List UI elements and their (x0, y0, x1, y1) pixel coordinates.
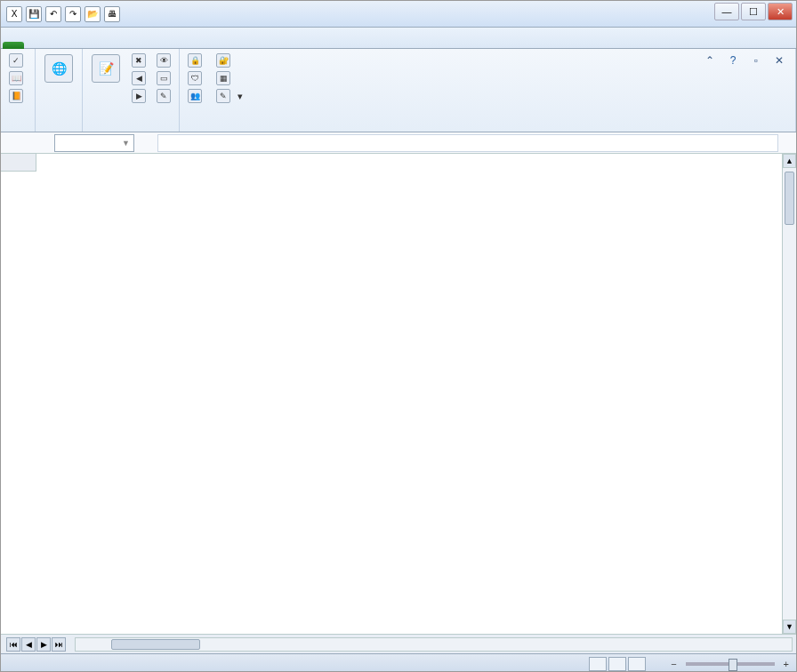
select-all-corner[interactable] (1, 154, 36, 172)
new-comment-button[interactable]: 📝 (88, 52, 124, 86)
worksheet[interactable]: ▲ ▼ (1, 154, 796, 634)
zoom-slider[interactable] (686, 662, 775, 666)
normal-view-button[interactable] (589, 657, 607, 671)
qat-print-icon[interactable]: 🖶 (104, 6, 120, 22)
show-comment-button[interactable]: 👁 (154, 52, 173, 68)
allow-ranges-button[interactable]: ▦ (213, 70, 246, 86)
page-layout-view-button[interactable] (608, 657, 626, 671)
ribbon-group-proofing: ✓ 📖 📙 (1, 49, 36, 132)
next-comment-button[interactable]: ▶ (129, 88, 149, 104)
minimize-ribbon-icon[interactable]: ⌃ (702, 54, 718, 67)
thesaurus-button[interactable]: 📙 (6, 88, 29, 104)
showall-icon: ▭ (157, 71, 171, 85)
minimize-button[interactable]: — (714, 3, 739, 20)
book-icon: 📖 (9, 71, 23, 85)
scroll-thumb[interactable] (785, 172, 794, 225)
ribbon-help: ⌃ ? ▫ ✕ (702, 54, 787, 67)
tab-nav: ⏮ ◀ ▶ ⏭ (6, 637, 66, 652)
share-workbook-button[interactable]: 👥 (185, 88, 208, 104)
ink-icon: ✎ (157, 89, 171, 103)
close-workbook-icon[interactable]: ✕ (771, 54, 787, 67)
zoom-out-button[interactable]: − (671, 659, 676, 669)
page-break-view-button[interactable] (628, 657, 646, 671)
translate-icon: 🌐 (44, 54, 73, 83)
tab-next-button[interactable]: ▶ (36, 637, 51, 652)
abc-icon: ✓ (9, 53, 23, 68)
next-icon: ▶ (132, 89, 146, 103)
zoom-in-button[interactable]: + (784, 659, 789, 669)
window-controls: — ☐ ✕ (714, 3, 793, 20)
close-button[interactable]: ✕ (768, 3, 793, 20)
show-ink-button[interactable]: ✎ (154, 88, 173, 104)
ribbon: ✓ 📖 📙 🌐 📝 ✖ ◀ ▶ 👁 ▭ ✎ (1, 49, 796, 132)
formula-bar: ▼ (1, 132, 796, 154)
protect-sheet-button[interactable]: 🔒 (185, 52, 208, 68)
column-headers (1, 154, 782, 172)
name-box[interactable]: ▼ (54, 134, 134, 152)
show-icon: 👁 (157, 53, 171, 68)
ranges-icon: ▦ (216, 71, 230, 85)
tab-last-button[interactable]: ⏭ (52, 637, 66, 652)
share-icon: 👥 (188, 89, 202, 103)
track-icon: ✎ (216, 89, 230, 103)
qat-undo-icon[interactable]: ↶ (45, 6, 61, 22)
chevron-down-icon[interactable]: ▼ (122, 139, 130, 148)
maximize-button[interactable]: ☐ (741, 3, 766, 20)
tab-prev-button[interactable]: ◀ (21, 637, 36, 652)
formula-input[interactable] (157, 134, 778, 152)
cell-grid[interactable] (36, 172, 782, 634)
thesaurus-icon: 📙 (9, 89, 23, 103)
prev-icon: ◀ (132, 71, 146, 85)
restore-window-icon[interactable]: ▫ (748, 54, 764, 67)
vertical-scrollbar[interactable]: ▲ ▼ (782, 154, 796, 634)
title-bar: X 💾 ↶ ↷ 📂 🖶 — ☐ ✕ (1, 1, 796, 28)
ribbon-group-language: 🌐 (36, 49, 83, 132)
prev-comment-button[interactable]: ◀ (129, 70, 149, 86)
spelling-button[interactable]: ✓ (6, 52, 29, 68)
lock-icon: 🔒 (188, 53, 202, 68)
hscroll-thumb[interactable] (111, 639, 200, 650)
view-buttons (589, 657, 646, 671)
track-changes-button[interactable]: ✎ ▾ (213, 88, 246, 104)
qat-open-icon[interactable]: 📂 (85, 6, 101, 22)
ribbon-group-comments: 📝 ✖ ◀ ▶ 👁 ▭ ✎ (83, 49, 180, 132)
ribbon-tabs (1, 28, 796, 49)
delete-icon: ✖ (132, 53, 146, 68)
sheet-tab-strip: ⏮ ◀ ▶ ⏭ (1, 634, 796, 653)
scroll-up-button[interactable]: ▲ (783, 154, 796, 168)
scroll-down-button[interactable]: ▼ (783, 620, 796, 634)
qat-redo-icon[interactable]: ↷ (65, 6, 81, 22)
horizontal-scrollbar[interactable] (75, 637, 793, 652)
new-comment-icon: 📝 (92, 54, 120, 83)
delete-comment-button[interactable]: ✖ (129, 52, 149, 68)
protect-share-button[interactable]: 🔐 (213, 52, 246, 68)
help-icon[interactable]: ? (725, 54, 741, 67)
protect-share-icon: 🔐 (216, 53, 230, 68)
file-tab[interactable] (3, 42, 24, 49)
show-all-button[interactable]: ▭ (154, 70, 173, 86)
shield-icon: 🛡 (188, 71, 202, 85)
translate-button[interactable]: 🌐 (41, 52, 76, 86)
qat-save-icon[interactable]: 💾 (26, 6, 42, 22)
excel-icon[interactable]: X (6, 6, 22, 22)
research-button[interactable]: 📖 (6, 70, 29, 86)
quick-access-toolbar: X 💾 ↶ ↷ 📂 🖶 (6, 6, 120, 22)
protect-workbook-button[interactable]: 🛡 (185, 70, 208, 86)
status-bar: − + (1, 653, 796, 672)
tab-first-button[interactable]: ⏮ (6, 637, 20, 652)
